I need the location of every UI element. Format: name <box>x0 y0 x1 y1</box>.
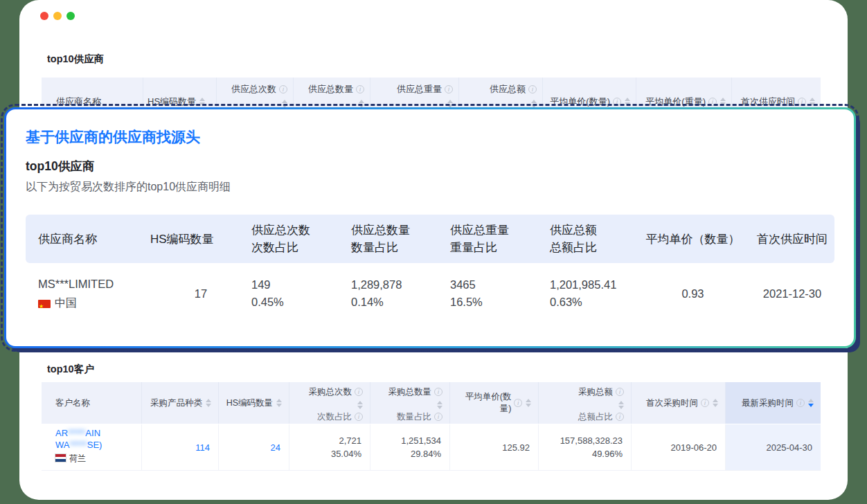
avg-price-cell: 125.92 <box>450 424 539 470</box>
info-icon[interactable] <box>798 98 806 106</box>
col-product-types[interactable]: 采购产品种类 <box>142 382 219 424</box>
overlay-section-title: top10供应商 <box>26 158 94 174</box>
sort-icon[interactable] <box>618 401 624 409</box>
product-types-link[interactable]: 114 <box>195 441 210 454</box>
col-hs-count[interactable]: HS编码数量 <box>219 382 289 424</box>
hs-count-cell[interactable]: 24 <box>219 424 289 470</box>
sort-icon[interactable] <box>720 98 726 106</box>
col-latest-purchase-date[interactable]: 最新采购时间 <box>726 382 821 424</box>
overlay-supplier-table: 供应商名称 HS编码数量 供应总次数 次数占比 供应总数量 数量占比 供应总重量… <box>26 215 834 324</box>
col-avg-price-qty[interactable]: 平均单价(数量) <box>450 382 539 424</box>
latest-purchase-date-cell: 2025-04-30 <box>726 424 821 470</box>
col-purchase-quantity[interactable]: 采购总数量 数量占比 <box>370 382 450 424</box>
customer-name-link[interactable]: AR*****AIN <box>55 427 133 439</box>
customer-header-row: 客户名称 采购产品种类 HS编码数量 采购总次数 次数占比 采购总数量 数量占比 <box>42 382 821 424</box>
sort-icon[interactable] <box>526 399 531 407</box>
info-icon[interactable] <box>445 85 453 93</box>
info-icon[interactable] <box>616 413 624 421</box>
info-icon[interactable] <box>616 388 624 396</box>
col-customer-name: 客户名称 <box>42 382 142 424</box>
purchase-amount-cell: 157,588,328.23 49.96% <box>539 424 632 470</box>
supplier-section-title: top10供应商 <box>47 53 104 66</box>
supply-amount-cell: 1,201,985.41 0.63% <box>550 263 636 324</box>
highlight-overlay-panel: 基于供应商的供应商找源头 top10供应商 以下为按贸易次数排序的top10供应… <box>4 107 856 348</box>
sort-icon[interactable] <box>447 100 453 108</box>
supply-weight-cell: 3465 16.5% <box>450 263 550 324</box>
purchase-times-cell: 2,721 35.04% <box>289 424 370 470</box>
sort-icon[interactable] <box>531 100 537 108</box>
maximize-window-icon[interactable] <box>66 12 75 20</box>
purchase-quantity-cell: 1,251,534 29.84% <box>370 424 450 470</box>
info-icon[interactable] <box>514 399 522 407</box>
col-supply-weight: 供应总重量 重量占比 <box>450 215 550 263</box>
sort-icon[interactable] <box>437 401 443 409</box>
supplier-name-cell[interactable]: MS***LIMITED 中国 <box>26 263 150 324</box>
sort-icon[interactable] <box>276 399 282 407</box>
col-first-supply-date: 首次供应时间 <box>750 215 834 263</box>
sort-icon[interactable] <box>206 399 211 407</box>
info-icon[interactable] <box>355 413 363 421</box>
overlay-header-row: 供应商名称 HS编码数量 供应总次数 次数占比 供应总数量 数量占比 供应总重量… <box>26 215 834 263</box>
sort-icon[interactable] <box>810 98 815 106</box>
customer-name-link-line2[interactable]: WA*****SE) <box>55 439 133 451</box>
avg-price-cell: 0.93 <box>636 263 750 324</box>
sort-icon[interactable] <box>199 98 205 106</box>
close-window-icon[interactable] <box>40 12 48 20</box>
col-purchase-amount[interactable]: 采购总额 总额占比 <box>539 382 632 424</box>
col-avg-price-qty: 平均单价（数量） <box>636 215 750 263</box>
col-supply-quantity: 供应总数量 数量占比 <box>351 215 450 263</box>
masked-text: ***** <box>68 428 85 438</box>
first-supply-date-cell: 2021-12-30 <box>750 263 834 324</box>
minimize-window-icon[interactable] <box>53 12 62 20</box>
china-flag-icon <box>38 300 51 308</box>
overlay-title: 基于供应商的供应商找源头 <box>26 127 200 147</box>
netherlands-flag-icon <box>55 454 66 462</box>
first-purchase-date-cell: 2019-06-20 <box>632 424 726 470</box>
info-icon[interactable] <box>528 85 537 93</box>
sort-icon[interactable] <box>713 399 718 407</box>
masked-text: ***** <box>69 440 87 450</box>
customer-country: 荷兰 <box>55 452 133 465</box>
supplier-name[interactable]: MS***LIMITED <box>38 276 150 293</box>
sort-icon[interactable] <box>625 98 630 106</box>
col-hs-count: HS编码数量 <box>150 215 251 263</box>
sort-icon[interactable] <box>357 401 363 409</box>
supply-quantity-cell: 1,289,878 0.14% <box>351 263 450 324</box>
sort-icon[interactable] <box>282 100 287 108</box>
col-purchase-times[interactable]: 采购总次数 次数占比 <box>289 382 370 424</box>
supplier-country: 中国 <box>38 294 150 312</box>
customer-row: AR*****AIN WA*****SE) 荷兰 114 24 2,721 35… <box>42 424 821 471</box>
product-types-cell[interactable]: 114 <box>142 424 219 470</box>
info-icon[interactable] <box>613 98 621 106</box>
overlay-subtitle: 以下为按贸易次数排序的top10供应商明细 <box>26 180 231 195</box>
col-supply-amount: 供应总额 总额占比 <box>550 215 636 263</box>
sort-icon[interactable] <box>359 100 364 108</box>
info-icon[interactable] <box>434 388 443 396</box>
info-icon[interactable] <box>355 388 363 396</box>
info-icon[interactable] <box>708 98 717 106</box>
col-supplier-name: 供应商名称 <box>26 215 150 263</box>
col-first-purchase-date[interactable]: 首次采购时间 <box>632 382 726 424</box>
overlay-supplier-row: MS***LIMITED 中国 17 149 0.45% 1,289,878 0… <box>26 263 834 324</box>
customer-table: 客户名称 采购产品种类 HS编码数量 采购总次数 次数占比 采购总数量 数量占比 <box>42 382 821 471</box>
window-controls <box>40 12 75 20</box>
info-icon[interactable] <box>701 399 709 407</box>
supply-times-cell: 149 0.45% <box>251 263 351 324</box>
hs-count-cell: 17 <box>150 263 251 324</box>
customer-name-cell[interactable]: AR*****AIN WA*****SE) 荷兰 <box>42 424 142 470</box>
info-icon[interactable] <box>356 85 364 93</box>
sort-icon-active-desc[interactable] <box>808 399 814 407</box>
info-icon[interactable] <box>796 399 805 407</box>
info-icon[interactable] <box>434 413 443 421</box>
info-icon[interactable] <box>279 85 287 93</box>
hs-count-link[interactable]: 24 <box>271 441 280 454</box>
col-supply-times: 供应总次数 次数占比 <box>251 215 351 263</box>
customer-section-title: top10客户 <box>47 363 94 376</box>
